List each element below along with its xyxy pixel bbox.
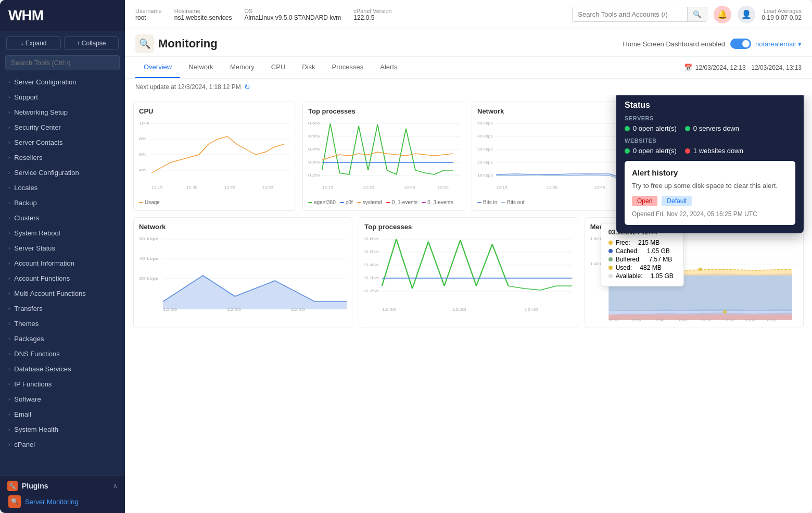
- user-button[interactable]: 👤: [738, 6, 755, 23]
- sidebar-item-networking[interactable]: ›Networking Setup: [0, 105, 125, 120]
- tab-overview[interactable]: Overview: [135, 57, 180, 78]
- servers-down-dot: [685, 126, 690, 131]
- sidebar-item-security[interactable]: ›Security Center: [0, 120, 125, 135]
- available-label: Available:: [616, 272, 643, 280]
- cached-dot: [608, 249, 613, 253]
- plugins-icon: 🔧: [7, 481, 18, 491]
- sidebar-item-clusters[interactable]: ›Clusters: [0, 210, 125, 226]
- expand-button[interactable]: ↓ Expand: [6, 36, 61, 50]
- badge-default[interactable]: Default: [662, 196, 692, 206]
- dashboard-toggle[interactable]: [730, 39, 751, 49]
- sidebar-item-label: Server Configuration: [14, 78, 76, 86]
- plugins-label: Plugins: [22, 482, 48, 490]
- legend-0-3-events: 0_3-events: [422, 199, 453, 205]
- tab-memory[interactable]: Memory: [222, 57, 263, 78]
- sidebar-item-cpanel[interactable]: ›cPanel: [0, 437, 125, 452]
- sidebar-item-reboot[interactable]: ›System Reboot: [0, 226, 125, 241]
- status-popup: Status SERVERS 0 open alert(s) 0 servers…: [616, 95, 804, 233]
- chevron-icon: ›: [8, 381, 10, 387]
- plugins-title: 🔧 Plugins: [7, 481, 48, 491]
- update-text: Next update at 12/3/2024, 1:18:12 PM: [135, 83, 241, 91]
- global-search-input[interactable]: [573, 7, 687, 21]
- dashboard-header: 🔍 Monitoring Home Screen Dashboard enabl…: [125, 29, 812, 57]
- sidebar-item-locales[interactable]: ›Locales: [0, 180, 125, 195]
- chevron-icon: ›: [8, 411, 10, 417]
- sidebar-item-software[interactable]: ›Software: [0, 392, 125, 407]
- charts-area: CPU 10% 8% 6% 4% 12:15 12:30 12: [125, 95, 812, 513]
- sidebar-item-resellers[interactable]: ›Resellers: [0, 150, 125, 165]
- used-value: 482 MB: [640, 264, 661, 271]
- cpanel-info: cPanel Version 122.0.5: [353, 8, 391, 21]
- sidebar-actions: ↓ Expand ↑ Collapse: [0, 31, 125, 55]
- tab-disk[interactable]: Disk: [294, 57, 323, 78]
- monitoring-icon: 🔍: [135, 34, 154, 53]
- sidebar-item-label: DNS Functions: [14, 350, 59, 358]
- tab-cpu[interactable]: CPU: [263, 57, 294, 78]
- plugins-header[interactable]: 🔧 Plugins ∧: [7, 481, 118, 491]
- charts-row-2-container: Network 50 kbps 40 kbps 30 kbps: [133, 217, 804, 328]
- sidebar-item-service-config[interactable]: ›Service Configuration: [0, 165, 125, 180]
- sidebar-item-multi-account[interactable]: ›Multi Account Functions: [0, 286, 125, 301]
- global-search-button[interactable]: 🔍: [687, 7, 707, 21]
- sidebar-item-server-status[interactable]: ›Server Status: [0, 241, 125, 256]
- buffered-value: 7.57 MB: [649, 256, 672, 263]
- svg-text:30 kbps: 30 kbps: [139, 277, 159, 281]
- top-processes-chart-card: Top processes 0.6% 0.5% 0.4% 0.3% 0.2%: [302, 102, 465, 211]
- sidebar-item-email[interactable]: ›Email: [0, 407, 125, 422]
- svg-text:12:35: 12:35: [227, 308, 241, 312]
- svg-text:0.5%: 0.5%: [364, 249, 379, 254]
- tabs-row: OverviewNetworkMemoryCPUDiskProcessesAle…: [125, 57, 812, 79]
- badge-open[interactable]: Open: [632, 196, 657, 206]
- sidebar-item-account-functions[interactable]: ›Account Functions: [0, 271, 125, 286]
- network-chart-2-area: 50 kbps 40 kbps 30 kbps 12:30 12:35 12:4: [139, 234, 347, 312]
- sidebar-item-database[interactable]: ›Database Services: [0, 361, 125, 377]
- svg-text:12:45: 12:45: [224, 185, 235, 190]
- top-processes-title: Top processes: [308, 107, 460, 115]
- sidebar-item-support[interactable]: ›Support: [0, 90, 125, 105]
- chevron-icon: ›: [8, 215, 10, 221]
- dashboard-title-area: 🔍 Monitoring: [135, 34, 218, 53]
- server-monitoring-item[interactable]: 🔍 Server Monitoring: [7, 491, 118, 508]
- top-processes-2-title: Top processes: [364, 223, 572, 231]
- sidebar-item-ip-functions[interactable]: ›IP Functions: [0, 377, 125, 392]
- topbar: Username root Hostname ns1.website.servi…: [125, 0, 812, 29]
- svg-text:30 kbps: 30 kbps: [477, 147, 493, 152]
- chevron-icon: ›: [8, 245, 10, 251]
- servers-down-text: 0 servers down: [693, 124, 739, 132]
- svg-text:12:15: 12:15: [322, 185, 333, 190]
- sidebar-item-backup[interactable]: ›Backup: [0, 195, 125, 210]
- legend-bits-out: Bits out: [501, 199, 524, 205]
- hostname-label: Hostname: [174, 8, 232, 14]
- alerts-button[interactable]: 🔔: [714, 6, 731, 23]
- svg-text:0.6%: 0.6%: [364, 236, 379, 241]
- refresh-icon[interactable]: ↻: [244, 83, 250, 91]
- cpu-chart-legend: Usage: [139, 199, 290, 205]
- sidebar-item-transfers[interactable]: ›Transfers: [0, 301, 125, 316]
- sidebar-item-packages[interactable]: ›Packages: [0, 331, 125, 346]
- sidebar-search-input[interactable]: [5, 55, 120, 70]
- legend-systemd: systemd: [357, 199, 382, 205]
- user-dropdown[interactable]: notarealemail ▾: [755, 40, 802, 48]
- sidebar-item-label: Networking Setup: [14, 108, 68, 116]
- websites-alerts-dot: [625, 148, 630, 154]
- sidebar-item-dns[interactable]: ›DNS Functions: [0, 346, 125, 361]
- tab-network[interactable]: Network: [180, 57, 222, 78]
- sidebar-item-account-info[interactable]: ›Account Information: [0, 256, 125, 271]
- svg-point-74: [699, 268, 702, 271]
- username-value: root: [135, 14, 146, 21]
- svg-text:12:30: 12:30: [608, 318, 618, 321]
- sidebar-item-system-health[interactable]: ›System Health: [0, 422, 125, 437]
- svg-text:12:30: 12:30: [163, 308, 177, 312]
- websites-down-dot: [685, 148, 690, 154]
- svg-text:0.4%: 0.4%: [308, 147, 320, 152]
- svg-text:40 kbps: 40 kbps: [139, 257, 159, 261]
- whm-logo: WHM: [8, 7, 43, 24]
- collapse-button[interactable]: ↑ Collapse: [64, 36, 119, 50]
- sidebar-item-label: Themes: [14, 320, 39, 328]
- tab-alerts[interactable]: Alerts: [372, 57, 405, 78]
- sidebar-item-contacts[interactable]: ›Server Contacts: [0, 135, 125, 150]
- svg-text:50 kbps: 50 kbps: [139, 237, 159, 241]
- sidebar-item-server-config[interactable]: ›Server Configuration: [0, 74, 125, 90]
- tab-processes[interactable]: Processes: [324, 57, 372, 78]
- sidebar-item-themes[interactable]: ›Themes: [0, 316, 125, 331]
